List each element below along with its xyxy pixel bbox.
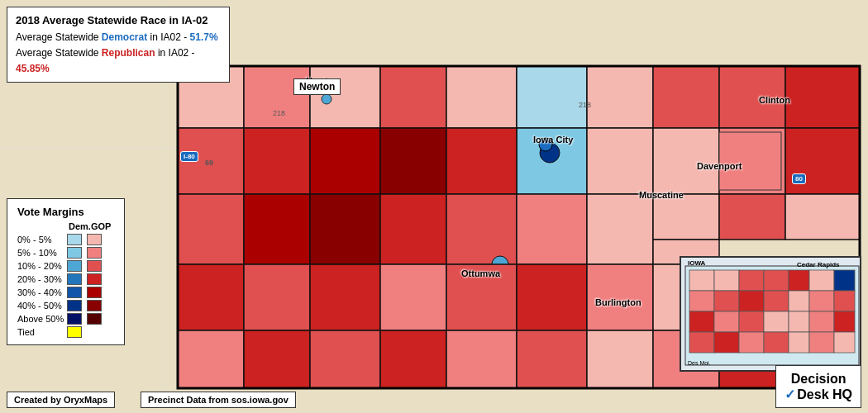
svg-rect-18	[446, 128, 517, 194]
svg-rect-7	[517, 66, 587, 128]
ddhq-logo: Decision ✓ Desk HQ	[775, 365, 861, 408]
gop-swatch-1	[87, 247, 102, 259]
rep-pct: 45.85%	[16, 63, 50, 74]
svg-rect-67	[739, 270, 764, 291]
svg-rect-90	[789, 332, 809, 353]
dem-swatch-2	[67, 260, 82, 272]
legend-row-3: 20% - 30%	[17, 273, 114, 285]
gop-swatch-0	[87, 234, 102, 245]
gop-swatch-5	[87, 300, 102, 311]
svg-rect-85	[834, 311, 855, 332]
svg-rect-84	[809, 311, 834, 332]
legend-row-0: 0% - 5%	[17, 234, 114, 245]
newton-annotation: Newton	[293, 78, 341, 95]
svg-rect-75	[764, 291, 789, 311]
dem-swatch-6	[67, 313, 82, 325]
svg-rect-47	[244, 330, 310, 388]
svg-rect-15	[244, 128, 310, 194]
svg-rect-86	[689, 332, 714, 353]
svg-rect-28	[517, 194, 587, 264]
legend-tied-row: Tied	[17, 326, 114, 338]
svg-rect-51	[517, 330, 587, 388]
svg-rect-68	[764, 270, 789, 291]
legend-title: Vote Margins	[17, 206, 114, 218]
svg-rect-48	[310, 330, 380, 388]
info-box: 2018 Average Statewide Race in IA-02 Ave…	[7, 7, 230, 83]
svg-rect-8	[587, 66, 653, 128]
gop-swatch-6	[87, 313, 102, 325]
davenport-label: Davenport	[697, 161, 742, 171]
credit-center: Precinct Data from sos.iowa.gov	[141, 392, 296, 408]
map-title: 2018 Average Statewide Race in IA-02	[16, 12, 221, 30]
svg-text:Cedar Rapids: Cedar Rapids	[797, 261, 840, 268]
credit-left: Created by OryxMaps	[7, 392, 115, 408]
svg-rect-24	[244, 194, 310, 264]
dem-pct: 51.7%	[190, 31, 218, 43]
svg-rect-89	[764, 332, 789, 353]
gop-swatch-4	[87, 287, 102, 298]
svg-rect-76	[789, 291, 809, 311]
svg-rect-9	[653, 66, 719, 128]
ddhq-line1: Decision	[785, 371, 852, 387]
svg-rect-52	[587, 330, 653, 388]
muscatine-label: Muscatine	[639, 190, 684, 200]
svg-rect-91	[809, 332, 834, 353]
svg-rect-46	[178, 330, 244, 388]
svg-rect-70	[809, 270, 834, 291]
burlington-label: Burlington	[595, 297, 641, 307]
legend-row-6: Above 50%	[17, 313, 114, 325]
svg-rect-16	[310, 128, 380, 194]
legend-row-1: 5% - 10%	[17, 247, 114, 259]
svg-rect-37	[244, 264, 310, 330]
svg-rect-92	[834, 332, 855, 353]
svg-rect-11	[785, 66, 860, 128]
rep-subtitle: Average Statewide Republican in IA02 - 4…	[16, 45, 221, 77]
svg-rect-26	[380, 194, 446, 264]
map-container: 69 218 218 80 Newton Iowa City Davenport…	[0, 0, 868, 413]
svg-point-57	[322, 94, 331, 104]
svg-rect-77	[809, 291, 834, 311]
svg-rect-87	[714, 332, 739, 353]
iowa-city-label: Iowa City	[533, 135, 573, 145]
legend-box: Vote Margins Dem. GOP 0% - 5% 5% - 10% 1…	[7, 198, 125, 345]
svg-rect-5	[380, 66, 446, 128]
svg-rect-78	[834, 291, 855, 311]
svg-rect-39	[380, 264, 446, 330]
svg-text:IOWA: IOWA	[688, 259, 706, 267]
ddhq-line2-container: ✓ Desk HQ	[785, 387, 852, 402]
svg-rect-82	[764, 311, 789, 332]
svg-rect-19	[587, 128, 653, 194]
svg-rect-80	[714, 311, 739, 332]
svg-rect-31	[653, 194, 719, 240]
svg-rect-6	[446, 66, 517, 128]
dem-subtitle: Average Statewide Democrat in IA02 - 51.…	[16, 30, 221, 45]
svg-text:Des Moi.: Des Moi.	[688, 360, 711, 366]
dem-swatch-4	[67, 287, 82, 298]
svg-rect-38	[310, 264, 380, 330]
svg-text:218: 218	[579, 101, 591, 109]
svg-rect-83	[789, 311, 809, 332]
i80-marker: I-80	[180, 151, 198, 162]
ddhq-line2: Desk HQ	[797, 387, 852, 402]
dem-swatch-0	[67, 234, 82, 245]
svg-rect-23	[178, 194, 244, 264]
svg-rect-81	[739, 311, 764, 332]
svg-rect-32	[719, 194, 785, 240]
inset-map: Cedar Rapids IOWA Des Moi.	[680, 256, 861, 372]
svg-rect-17	[380, 128, 446, 194]
rep-label: Republican	[102, 47, 155, 59]
legend-row-5: 40% - 50%	[17, 300, 114, 311]
svg-rect-30	[587, 194, 653, 264]
gop-swatch-3	[87, 273, 102, 285]
dem-label: Democrat	[102, 31, 147, 43]
svg-rect-66	[714, 270, 739, 291]
dem-swatch-5	[67, 300, 82, 311]
svg-rect-25	[310, 194, 380, 264]
svg-rect-50	[446, 330, 517, 388]
svg-rect-36	[178, 264, 244, 330]
svg-rect-27	[446, 194, 517, 264]
svg-rect-3	[244, 66, 310, 128]
svg-rect-41	[517, 264, 587, 330]
ottumwa-label: Ottumwa	[461, 268, 500, 278]
svg-text:218: 218	[273, 109, 285, 117]
